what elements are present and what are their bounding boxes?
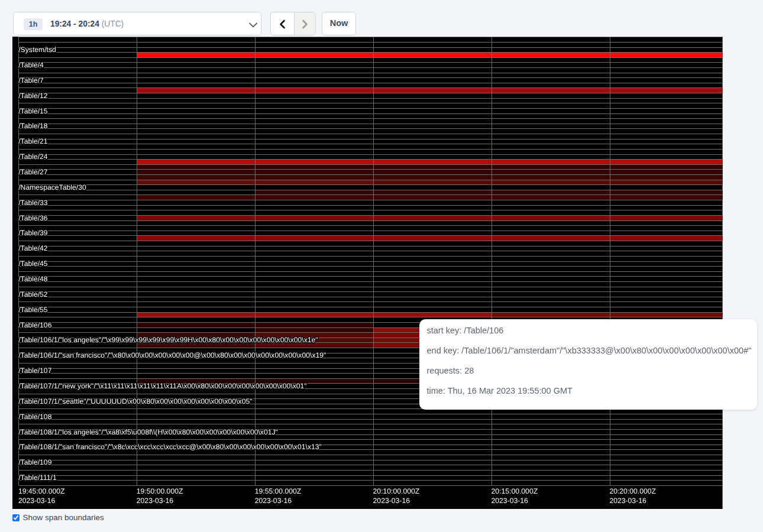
svg-text:2023-03-16: 2023-03-16 (255, 497, 292, 505)
svg-text:2023-03-16: 2023-03-16 (137, 497, 174, 505)
svg-text:20:10:00.000Z: 20:10:00.000Z (373, 487, 420, 495)
svg-text:/Table/21: /Table/21 (18, 137, 48, 145)
svg-text:/Table/106/1/"san francisco"/": /Table/106/1/"san francisco"/"\x80\x00\x… (18, 351, 326, 359)
svg-text:/Table/39: /Table/39 (18, 229, 48, 237)
svg-text:/Table/111/1: /Table/111/1 (18, 473, 57, 482)
svg-text:19:55:00.000Z: 19:55:00.000Z (255, 487, 302, 495)
svg-text:/Table/12: /Table/12 (18, 91, 48, 99)
svg-text:/System/tsd: /System/tsd (18, 46, 56, 54)
svg-text:19:50:00.000Z: 19:50:00.000Z (137, 487, 183, 495)
svg-text:/Table/52: /Table/52 (18, 290, 48, 298)
svg-text:/Table/27: /Table/27 (18, 167, 48, 176)
svg-text:/Table/15: /Table/15 (18, 106, 48, 115)
svg-text:/Table/108: /Table/108 (18, 412, 51, 420)
svg-text:/NamespaceTable/30: /NamespaceTable/30 (18, 183, 86, 191)
svg-text:/Table/109: /Table/109 (18, 458, 51, 466)
svg-text:/Table/106: /Table/106 (18, 320, 51, 329)
svg-text:2023-03-16: 2023-03-16 (373, 497, 410, 505)
svg-text:2023-03-16: 2023-03-16 (609, 497, 646, 505)
svg-text:/Table/108/1/"los angeles"/"\x: /Table/108/1/"los angeles"/"\xa8\xf5\u00… (18, 427, 278, 436)
svg-text:2023-03-16: 2023-03-16 (18, 497, 56, 505)
svg-text:/Table/48: /Table/48 (18, 274, 48, 283)
svg-text:/Table/107/1/"new york"/"\x11\: /Table/107/1/"new york"/"\x11\x11\x11\x1… (18, 381, 307, 390)
svg-text:/Table/33: /Table/33 (18, 198, 48, 206)
svg-text:/Table/18: /Table/18 (18, 122, 48, 130)
svg-text:/Table/107/1/"seattle"/"UUUUUU: /Table/107/1/"seattle"/"UUUUUUD\x00\x80\… (18, 397, 252, 405)
svg-text:/Table/36: /Table/36 (18, 213, 48, 222)
svg-text:19:45:00.000Z: 19:45:00.000Z (18, 487, 65, 495)
svg-text:/Table/45: /Table/45 (18, 259, 48, 268)
svg-text:20:20:00.000Z: 20:20:00.000Z (609, 487, 656, 495)
svg-text:20:15:00.000Z: 20:15:00.000Z (492, 487, 538, 495)
svg-text:/Table/106/1/"los angeles"/"\x: /Table/106/1/"los angeles"/"\x99\x99\x99… (18, 336, 318, 344)
svg-text:/Table/7: /Table/7 (18, 76, 44, 84)
svg-text:/Table/108/1/"san francisco"/": /Table/108/1/"san francisco"/"\x8c\xcc\x… (18, 443, 322, 451)
svg-text:/Table/4: /Table/4 (18, 60, 44, 69)
svg-text:/Table/24: /Table/24 (18, 153, 48, 161)
svg-text:2023-03-16: 2023-03-16 (492, 497, 529, 505)
svg-text:/Table/42: /Table/42 (18, 244, 48, 252)
svg-text:/Table/55: /Table/55 (18, 305, 48, 313)
svg-text:/Table/107: /Table/107 (18, 366, 51, 375)
